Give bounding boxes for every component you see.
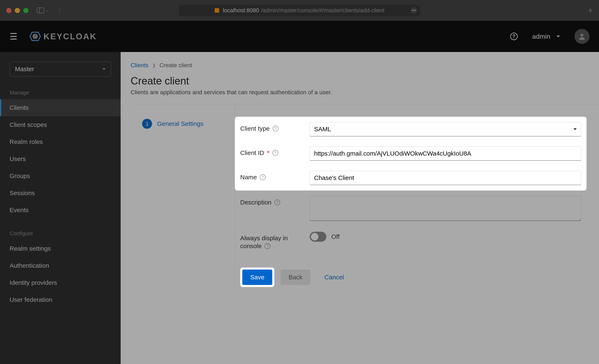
url-path: /admin/master/console/#/master/clients/a…: [261, 7, 385, 14]
chevron-right-icon: ❯: [152, 63, 156, 68]
back-button[interactable]: Back: [281, 270, 310, 285]
client-type-label: Client type: [240, 125, 270, 132]
help-icon[interactable]: ?: [260, 174, 266, 180]
form-section-lower: Description ? Always display in console: [235, 191, 587, 261]
url-more-icon[interactable]: •••: [411, 7, 417, 14]
page-description: Clients are applications and services th…: [131, 89, 599, 96]
topbar: ☰ KEYCLOAK ? admin: [0, 21, 599, 52]
sidebar-item-clients[interactable]: Clients: [0, 99, 121, 116]
traffic-lights: [6, 8, 28, 13]
avatar[interactable]: [574, 29, 590, 44]
help-icon[interactable]: ?: [510, 33, 518, 40]
svg-marker-3: [32, 34, 38, 39]
client-id-input[interactable]: [310, 146, 581, 161]
toggle-state-label: Off: [331, 233, 339, 240]
sidebar-item-groups[interactable]: Groups: [0, 168, 121, 185]
always-display-label-2: console: [240, 242, 262, 250]
browser-sidebar-toggle[interactable]: ⌄: [37, 8, 49, 13]
wizard-step-general[interactable]: 1 General Settings: [142, 119, 235, 129]
always-display-label-1: Always display in: [240, 235, 288, 242]
sidebar-item-user-federation[interactable]: User federation: [0, 291, 121, 308]
chevron-down-icon: ⌄: [46, 8, 49, 13]
maximize-window-button[interactable]: [23, 8, 28, 13]
sidebar-item-realm-roles[interactable]: Realm roles: [0, 133, 121, 150]
browser-back-button[interactable]: 〈: [55, 6, 61, 15]
sidebar-section-configure: Configure: [0, 227, 121, 240]
sidebar-item-realm-settings[interactable]: Realm settings: [0, 240, 121, 257]
sidebar-section-manage: Manage: [0, 86, 121, 99]
step-label: General Settings: [157, 120, 203, 127]
caret-down-icon: [102, 68, 106, 71]
sidebar-item-users[interactable]: Users: [0, 150, 121, 168]
breadcrumb-clients-link[interactable]: Clients: [131, 62, 149, 69]
sidebar-item-identity-providers[interactable]: Identity providers: [0, 274, 121, 291]
help-icon[interactable]: ?: [274, 199, 280, 205]
hamburger-icon[interactable]: ☰: [9, 31, 18, 42]
sidebar-item-events[interactable]: Events: [0, 202, 121, 219]
url-bar[interactable]: localhost:8080/admin/master/console/#/ma…: [179, 5, 420, 16]
name-label: Name: [240, 174, 257, 181]
page-title: Create client: [131, 75, 599, 87]
site-badge-icon: [215, 8, 219, 13]
caret-down-icon: [556, 36, 560, 39]
keycloak-logo-icon: [29, 30, 41, 43]
description-label: Description: [240, 199, 271, 206]
logo[interactable]: KEYCLOAK: [29, 30, 97, 43]
realm-selector[interactable]: Master: [9, 62, 111, 77]
main-content: Clients ❯ Create client Create client Cl…: [121, 52, 599, 364]
user-menu[interactable]: admin: [532, 33, 560, 40]
client-id-label: Client ID: [240, 149, 264, 156]
minimize-window-button[interactable]: [15, 8, 20, 13]
svg-rect-0: [37, 8, 44, 13]
caret-down-icon: [573, 128, 577, 132]
description-input[interactable]: [310, 196, 581, 221]
app: ☰ KEYCLOAK ? admin Master Manage Clients…: [0, 21, 599, 364]
client-type-select[interactable]: SAML: [310, 122, 581, 136]
help-icon[interactable]: ?: [273, 126, 279, 132]
required-indicator: *: [267, 149, 270, 156]
name-input[interactable]: [310, 171, 581, 185]
always-display-toggle[interactable]: [310, 232, 326, 242]
highlighted-form-section: Client type ? SAML Client ID: [235, 117, 587, 191]
form-actions: Save Back Cancel: [235, 267, 587, 287]
client-type-value: SAML: [314, 126, 331, 133]
cancel-button[interactable]: Cancel: [317, 270, 352, 285]
brand-text: KEYCLOAK: [44, 32, 97, 41]
step-number: 1: [142, 119, 152, 129]
browser-chrome: ⌄ 〈 localhost:8080/admin/master/console/…: [0, 0, 599, 21]
new-tab-button[interactable]: +: [588, 6, 593, 15]
form-area: 1 General Settings Client type ? SAML: [131, 104, 599, 287]
sidebar-item-sessions[interactable]: Sessions: [0, 185, 121, 202]
wizard-nav: 1 General Settings: [131, 104, 235, 287]
breadcrumb: Clients ❯ Create client: [131, 62, 599, 69]
sidebar-item-authentication[interactable]: Authentication: [0, 257, 121, 274]
svg-point-4: [581, 34, 583, 36]
form-column: Client type ? SAML Client ID: [235, 104, 599, 287]
sidebar: Master Manage Clients Client scopes Real…: [0, 52, 121, 364]
close-window-button[interactable]: [6, 8, 11, 13]
save-button[interactable]: Save: [242, 270, 272, 285]
breadcrumb-current: Create client: [159, 62, 192, 69]
help-icon[interactable]: ?: [264, 243, 270, 249]
url-host: localhost:8080: [223, 7, 259, 14]
user-name: admin: [532, 33, 550, 40]
realm-name: Master: [15, 65, 34, 73]
help-icon[interactable]: ?: [273, 150, 278, 156]
sidebar-item-client-scopes[interactable]: Client scopes: [0, 116, 121, 133]
